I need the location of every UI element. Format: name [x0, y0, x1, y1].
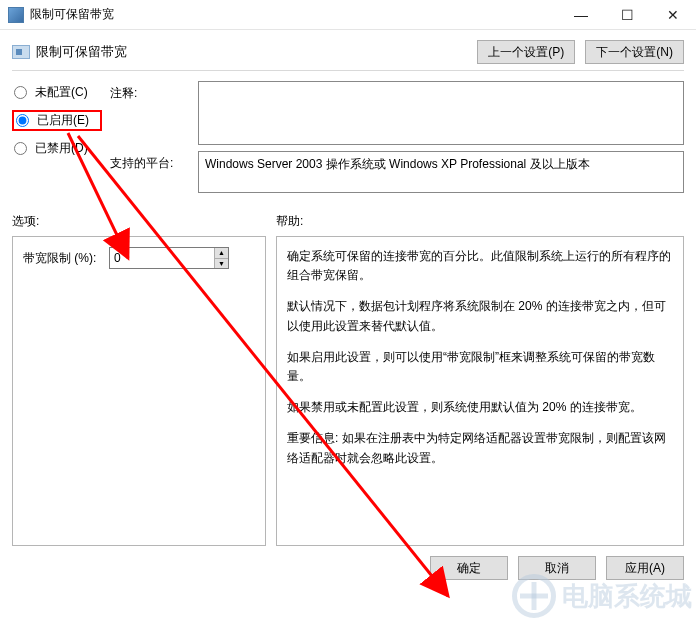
- app-icon: [8, 7, 24, 23]
- help-text-5: 重要信息: 如果在注册表中为特定网络适配器设置带宽限制，则配置该网络适配器时就会…: [287, 429, 675, 467]
- help-text-2: 默认情况下，数据包计划程序将系统限制在 20% 的连接带宽之内，但可以使用此设置…: [287, 297, 675, 335]
- bandwidth-limit-input[interactable]: [110, 248, 214, 268]
- bandwidth-limit-spinner[interactable]: ▲ ▼: [109, 247, 229, 269]
- ok-button[interactable]: 确定: [430, 556, 508, 580]
- help-text-1: 确定系统可保留的连接带宽的百分比。此值限制系统上运行的所有程序的组合带宽保留。: [287, 247, 675, 285]
- cancel-button[interactable]: 取消: [518, 556, 596, 580]
- radio-enabled-label: 已启用(E): [37, 112, 89, 129]
- radio-disabled-input[interactable]: [14, 142, 27, 155]
- comment-label: 注释:: [110, 81, 190, 102]
- platform-box: Windows Server 2003 操作系统或 Windows XP Pro…: [198, 151, 684, 193]
- maximize-button[interactable]: ☐: [604, 0, 650, 29]
- next-setting-button[interactable]: 下一个设置(N): [585, 40, 684, 64]
- radio-enabled[interactable]: 已启用(E): [12, 110, 102, 131]
- policy-title: 限制可保留带宽: [36, 43, 477, 61]
- spinner-up-button[interactable]: ▲: [215, 248, 228, 259]
- minimize-button[interactable]: —: [558, 0, 604, 29]
- options-section-label: 选项:: [12, 213, 276, 230]
- comment-textarea[interactable]: [198, 81, 684, 145]
- options-panel: 带宽限制 (%): ▲ ▼: [12, 236, 266, 546]
- radio-enabled-input[interactable]: [16, 114, 29, 127]
- help-text-4: 如果禁用或未配置此设置，则系统使用默认值为 20% 的连接带宽。: [287, 398, 675, 417]
- help-panel[interactable]: 确定系统可保留的连接带宽的百分比。此值限制系统上运行的所有程序的组合带宽保留。 …: [276, 236, 684, 546]
- help-text-3: 如果启用此设置，则可以使用“带宽限制”框来调整系统可保留的带宽数量。: [287, 348, 675, 386]
- platform-text: Windows Server 2003 操作系统或 Windows XP Pro…: [205, 157, 590, 171]
- divider: [12, 70, 684, 71]
- help-section-label: 帮助:: [276, 213, 684, 230]
- bandwidth-limit-label: 带宽限制 (%):: [23, 250, 103, 267]
- apply-button[interactable]: 应用(A): [606, 556, 684, 580]
- radio-not-configured-input[interactable]: [14, 86, 27, 99]
- prev-setting-button[interactable]: 上一个设置(P): [477, 40, 575, 64]
- radio-disabled[interactable]: 已禁用(D): [12, 139, 102, 158]
- policy-header: 限制可保留带宽 上一个设置(P) 下一个设置(N): [12, 40, 684, 64]
- spinner-down-button[interactable]: ▼: [215, 259, 228, 269]
- window-title: 限制可保留带宽: [30, 6, 558, 23]
- radio-disabled-label: 已禁用(D): [35, 140, 88, 157]
- close-button[interactable]: ✕: [650, 0, 696, 29]
- policy-icon: [12, 45, 30, 59]
- radio-not-configured[interactable]: 未配置(C): [12, 83, 102, 102]
- titlebar: 限制可保留带宽 — ☐ ✕: [0, 0, 696, 30]
- radio-not-configured-label: 未配置(C): [35, 84, 88, 101]
- platform-label: 支持的平台:: [110, 151, 190, 172]
